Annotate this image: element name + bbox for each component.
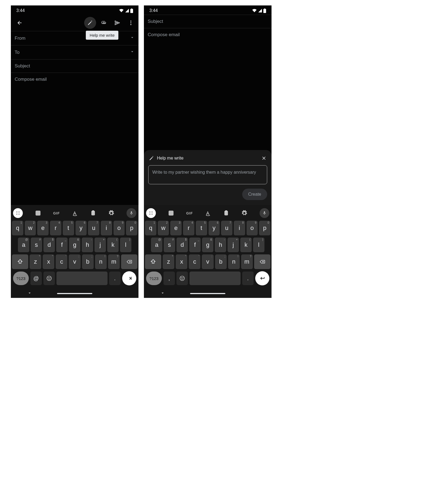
- key-e[interactable]: e3: [37, 221, 49, 235]
- key-c[interactable]: c': [56, 254, 67, 269]
- key-i[interactable]: i8: [101, 221, 112, 235]
- mic-button[interactable]: [260, 208, 269, 218]
- key-s[interactable]: s#: [31, 238, 42, 252]
- key-u[interactable]: u7: [221, 221, 232, 235]
- shift-key[interactable]: [12, 254, 28, 269]
- compose-body[interactable]: Compose email: [11, 73, 138, 205]
- clipboard-icon[interactable]: [90, 210, 96, 216]
- mic-button[interactable]: [127, 208, 136, 218]
- comma-key[interactable]: ,: [163, 272, 175, 285]
- text-style-icon[interactable]: [72, 210, 78, 216]
- key-z[interactable]: z*: [163, 254, 174, 269]
- key-a[interactable]: a@: [18, 238, 29, 252]
- tab-key[interactable]: [122, 271, 136, 285]
- key-l[interactable]: l): [120, 238, 131, 252]
- key-g[interactable]: g&: [202, 238, 213, 252]
- backspace-key[interactable]: [254, 254, 270, 269]
- key-m[interactable]: m?: [241, 254, 253, 269]
- clipboard-icon[interactable]: [223, 210, 229, 216]
- key-c[interactable]: c': [189, 254, 200, 269]
- numeric-key[interactable]: ?123: [146, 272, 162, 285]
- text-style-icon[interactable]: [205, 210, 211, 216]
- key-o[interactable]: o9: [247, 221, 258, 235]
- key-w[interactable]: w2: [158, 221, 169, 235]
- key-n[interactable]: n!: [95, 254, 107, 269]
- more-button[interactable]: [125, 17, 137, 29]
- emoji-key[interactable]: [176, 272, 188, 285]
- key-r[interactable]: r4: [50, 221, 61, 235]
- key-j[interactable]: j+: [94, 238, 106, 252]
- key-h[interactable]: h-: [215, 238, 226, 252]
- key-k[interactable]: k(: [107, 238, 119, 252]
- key-d[interactable]: d$: [176, 238, 188, 252]
- key-u[interactable]: u7: [88, 221, 99, 235]
- gear-icon[interactable]: [108, 210, 114, 216]
- to-field[interactable]: To: [11, 45, 138, 60]
- kb-apps-button[interactable]: [13, 208, 23, 218]
- key-q[interactable]: q1: [145, 221, 156, 235]
- home-pill[interactable]: [190, 293, 225, 294]
- key-t[interactable]: t5: [196, 221, 207, 235]
- key-x[interactable]: x": [43, 254, 54, 269]
- backspace-key[interactable]: [121, 254, 137, 269]
- key-p[interactable]: p0: [126, 221, 137, 235]
- keyboard-collapse-icon[interactable]: [160, 291, 165, 297]
- key-n[interactable]: n!: [228, 254, 240, 269]
- send-button[interactable]: [111, 17, 123, 29]
- key-j[interactable]: j+: [228, 238, 239, 252]
- key-l[interactable]: l): [253, 238, 264, 252]
- period-key[interactable]: .: [109, 272, 121, 285]
- key-v[interactable]: v:: [69, 254, 80, 269]
- subject-field[interactable]: Subject: [11, 60, 138, 73]
- space-key[interactable]: [190, 272, 241, 285]
- key-f[interactable]: f_: [56, 238, 68, 252]
- subject-field[interactable]: Subject: [144, 15, 272, 28]
- key-q[interactable]: q1: [12, 221, 23, 235]
- shift-key[interactable]: [145, 254, 161, 269]
- key-y[interactable]: y6: [209, 221, 220, 235]
- key-g[interactable]: g&: [69, 238, 80, 252]
- kb-apps-button[interactable]: [146, 208, 156, 218]
- key-a[interactable]: a@: [151, 238, 162, 252]
- compose-body[interactable]: Compose email: [144, 28, 272, 99]
- period-key[interactable]: .: [242, 272, 254, 285]
- key-h[interactable]: h-: [82, 238, 93, 252]
- gif-button[interactable]: GIF: [53, 211, 60, 215]
- key-v[interactable]: v:: [202, 254, 213, 269]
- create-button[interactable]: Create: [242, 189, 267, 200]
- key-o[interactable]: o9: [113, 221, 125, 235]
- key-w[interactable]: w2: [25, 221, 36, 235]
- space-key[interactable]: [56, 272, 108, 285]
- help-write-input[interactable]: Write to my partner wishing them a happy…: [148, 165, 267, 184]
- attach-button[interactable]: [98, 17, 110, 29]
- close-icon[interactable]: [261, 155, 267, 161]
- emoji-key[interactable]: [43, 272, 55, 285]
- sticker-icon[interactable]: [168, 210, 174, 216]
- key-x[interactable]: x": [176, 254, 187, 269]
- key-b[interactable]: b;: [215, 254, 227, 269]
- key-d[interactable]: d$: [43, 238, 55, 252]
- back-button[interactable]: [14, 17, 26, 29]
- key-s[interactable]: s#: [164, 238, 175, 252]
- key-b[interactable]: b;: [82, 254, 94, 269]
- chevron-down-icon[interactable]: [130, 35, 135, 41]
- key-r[interactable]: r4: [183, 221, 194, 235]
- key-k[interactable]: k(: [240, 238, 252, 252]
- chevron-down-icon[interactable]: [130, 49, 135, 55]
- gif-button[interactable]: GIF: [186, 211, 193, 215]
- gear-icon[interactable]: [241, 210, 247, 216]
- key-e[interactable]: e3: [170, 221, 182, 235]
- home-pill[interactable]: [57, 293, 92, 294]
- key-y[interactable]: y6: [75, 221, 87, 235]
- sticker-icon[interactable]: [35, 210, 41, 216]
- key-t[interactable]: t5: [63, 221, 74, 235]
- key-p[interactable]: p0: [259, 221, 270, 235]
- enter-key[interactable]: [255, 271, 269, 285]
- key-m[interactable]: m?: [108, 254, 120, 269]
- key-f[interactable]: f_: [189, 238, 201, 252]
- from-field[interactable]: From Help me write: [11, 31, 138, 45]
- key-i[interactable]: i8: [234, 221, 245, 235]
- help-write-button[interactable]: [84, 17, 96, 29]
- keyboard-collapse-icon[interactable]: [27, 291, 32, 297]
- key-z[interactable]: z*: [30, 254, 41, 269]
